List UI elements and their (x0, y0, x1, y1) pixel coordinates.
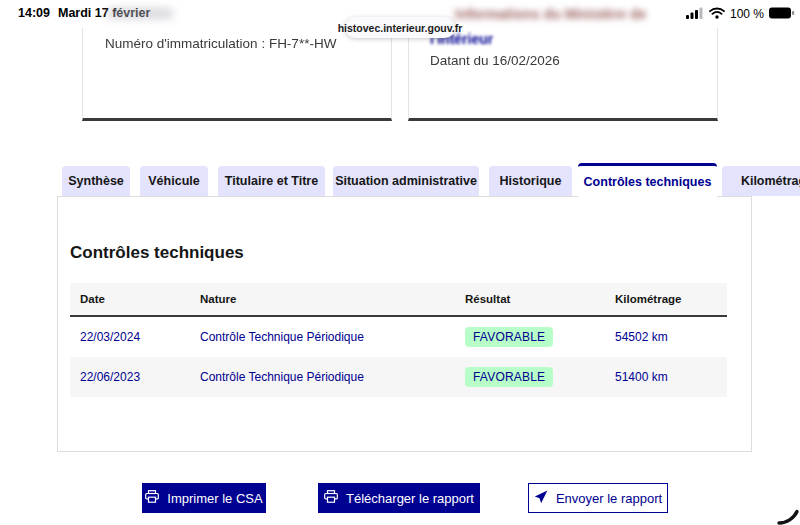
cell-nature: Contrôle Technique Périodique (200, 330, 465, 344)
wifi-icon (709, 5, 725, 23)
tab-synthese[interactable]: Synthèse (62, 166, 130, 196)
tab-label: Situation administrative (335, 174, 477, 188)
ministry-heading-line1: Informations du Ministère de (455, 6, 646, 22)
cell-kilometrage: 51400 km (615, 370, 727, 384)
tab-situation-administrative[interactable]: Situation administrative (333, 166, 479, 196)
blurred-card-heading (107, 8, 173, 19)
tab-controles-techniques[interactable]: Contrôles techniques (578, 163, 717, 197)
tab-titulaire-et-titre[interactable]: Titulaire et Titre (218, 166, 325, 196)
tab-label: Véhicule (148, 174, 199, 188)
cell-date: 22/03/2024 (80, 330, 200, 344)
tab-label: Titulaire et Titre (225, 174, 318, 188)
status-right-cluster: 100 % (686, 5, 795, 23)
battery-percentage: 100 % (730, 7, 764, 21)
col-header-nature: Nature (200, 293, 465, 305)
tab-label: Historique (500, 174, 562, 188)
certificate-date-text: Datant du 16/02/2026 (430, 53, 560, 68)
send-plane-icon (534, 490, 548, 507)
print-csa-button[interactable]: Imprimer le CSA (142, 483, 266, 513)
cell-kilometrage: 54502 km (615, 330, 727, 344)
send-report-button[interactable]: Envoyer le rapport (528, 483, 668, 513)
status-time: 14:09 (18, 6, 50, 20)
status-badge: FAVORABLE (465, 327, 553, 347)
inspections-table: Date Nature Résultat Kilométrage 22/03/2… (70, 283, 727, 397)
tab-label: Kilométrage (741, 174, 800, 188)
col-header-date: Date (80, 293, 200, 305)
table-row: 22/06/2023 Contrôle Technique Périodique… (70, 357, 727, 397)
table-row: 22/03/2024 Contrôle Technique Périodique… (70, 317, 727, 357)
col-header-resultat: Résultat (465, 293, 615, 305)
tab-label: Synthèse (68, 174, 124, 188)
browser-url-pill[interactable]: histovec.interieur.gouv.fr (345, 17, 455, 38)
send-report-label: Envoyer le rapport (556, 491, 662, 506)
cellular-signal-icon (686, 5, 704, 23)
printer-icon (324, 490, 338, 506)
tab-historique[interactable]: Historique (489, 166, 572, 196)
download-report-label: Télécharger le rapport (346, 491, 474, 506)
cursor-arc-icon (755, 492, 800, 525)
col-header-kilometrage: Kilométrage (615, 293, 727, 305)
tab-label: Contrôles techniques (584, 175, 712, 189)
registration-number-text: Numéro d'immatriculation : FH-7**-HW (105, 36, 395, 51)
browser-url-text: histovec.interieur.gouv.fr (338, 22, 463, 34)
cell-nature: Contrôle Technique Périodique (200, 370, 465, 384)
screen: 14:09 Mardi 17 février 100 % (0, 0, 800, 525)
table-header-row: Date Nature Résultat Kilométrage (70, 283, 727, 317)
tab-vehicule[interactable]: Véhicule (140, 166, 208, 196)
cell-date: 22/06/2023 (80, 370, 200, 384)
battery-icon (769, 5, 795, 23)
status-badge: FAVORABLE (465, 367, 553, 387)
tab-kilometrage[interactable]: Kilométrage (722, 166, 800, 196)
printer-icon (145, 490, 159, 506)
print-csa-label: Imprimer le CSA (167, 491, 262, 506)
section-title: Contrôles techniques (70, 243, 244, 263)
download-report-button[interactable]: Télécharger le rapport (318, 483, 480, 513)
